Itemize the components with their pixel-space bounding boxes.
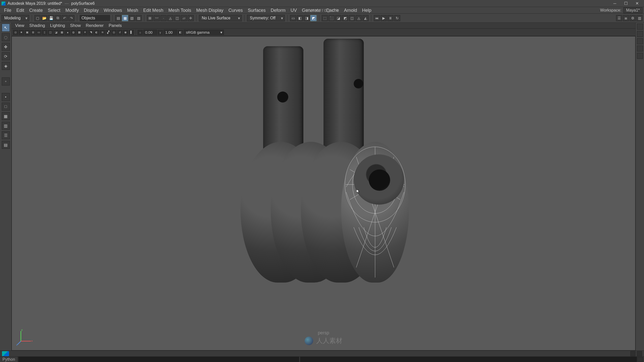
menu-file[interactable]: File (2, 7, 14, 14)
save-scene-icon[interactable]: 💾 (48, 15, 54, 21)
layout-outliner-button[interactable]: ☰ (2, 131, 10, 139)
pt-shaded-icon[interactable]: ● (65, 30, 70, 35)
menu-display[interactable]: Display (81, 7, 101, 14)
snap-point-icon[interactable]: · (160, 15, 167, 21)
gamma-field[interactable]: 1.00 (164, 30, 177, 35)
snap-surface-icon[interactable]: ◬ (167, 15, 173, 21)
snap-view-icon[interactable]: ◫ (174, 15, 180, 21)
menu-windows[interactable]: Windows (101, 7, 125, 14)
rs-tool-icon[interactable] (637, 46, 643, 52)
cmdline-script-editor-icon[interactable] (637, 357, 643, 362)
help-line-icon[interactable] (637, 351, 642, 356)
pause-icon[interactable]: ⏸ (387, 15, 393, 21)
pt-ao-icon[interactable]: ◐ (94, 30, 99, 35)
layout-persp-outliner-button[interactable]: ▤ (2, 141, 10, 149)
menu-uv[interactable]: UV (288, 7, 299, 14)
live-surface-dropdown[interactable]: No Live Surface (199, 15, 242, 21)
pt-shadedwire-icon[interactable]: ◍ (71, 30, 76, 35)
pt-xrayactive-icon[interactable]: ◉ (123, 30, 128, 35)
pt-safeaction-icon[interactable]: ◫ (48, 30, 53, 35)
channel-box-icon[interactable]: ☰ (616, 15, 622, 21)
rs-attr-icon[interactable] (637, 24, 643, 30)
pt-xray-icon[interactable]: ◎ (111, 30, 116, 35)
rewind-icon[interactable]: ⏮ (374, 15, 380, 21)
last-tool[interactable]: ▫ (2, 77, 10, 85)
rs-channel-icon[interactable] (637, 31, 643, 37)
save-inc-icon[interactable]: ⧉ (55, 15, 61, 21)
pt-gamma-icon[interactable]: γ (158, 30, 163, 35)
panelmenu-lighting[interactable]: Lighting (48, 23, 67, 28)
pt-colormgmt-toggle-icon[interactable]: ◧ (178, 30, 183, 35)
loop-icon[interactable]: ↻ (394, 15, 400, 21)
sel-component-icon[interactable]: ▧ (129, 15, 135, 21)
menu-edit-mesh[interactable]: Edit Mesh (141, 7, 166, 14)
menu-mesh-display[interactable]: Mesh Display (194, 7, 226, 14)
pt-isolate-icon[interactable]: ▣ (25, 30, 30, 35)
constr-d-icon[interactable]: ◩ (310, 15, 316, 21)
sel-multi-icon[interactable]: ▨ (136, 15, 142, 21)
panelmenu-view[interactable]: View (13, 23, 26, 28)
piv-d-icon[interactable]: ◩ (342, 15, 348, 21)
color-management-dropdown[interactable]: sRGB gamma (184, 30, 224, 35)
redo-icon[interactable]: ↷ (68, 15, 74, 21)
piv-g-icon[interactable]: ◭ (363, 15, 369, 21)
panelmenu-panels[interactable]: Panels (107, 23, 124, 28)
pt-safetitle-icon[interactable]: ◪ (54, 30, 59, 35)
play-icon[interactable]: ▶ (381, 15, 387, 21)
layout-two-button[interactable]: ▥ (2, 122, 10, 130)
rs-layer-icon[interactable] (637, 38, 643, 44)
constr-b-icon[interactable]: ◧ (297, 15, 303, 21)
pt-resgate-icon[interactable]: ▯ (42, 30, 47, 35)
menu-select[interactable]: Select (45, 7, 63, 14)
lasso-tool[interactable]: ◌ (2, 33, 10, 41)
piv-a-icon[interactable]: ⬚ (322, 15, 328, 21)
symmetry-dropdown[interactable]: Symmetry: Off (247, 15, 285, 21)
rotate-tool[interactable]: ⟳ (2, 52, 10, 60)
rs-anim-icon[interactable] (637, 53, 643, 59)
menu-create[interactable]: Create (27, 7, 45, 14)
pt-xrayjoints-icon[interactable]: ☌ (117, 30, 122, 35)
snap-uv-icon[interactable]: ▱ (181, 15, 187, 21)
exposure-field[interactable]: 0.00 (143, 30, 157, 35)
new-scene-icon[interactable]: ▢ (34, 15, 41, 21)
pt-gpu-icon[interactable]: ▋ (129, 30, 134, 35)
pt-motionblur-icon[interactable]: ≋ (100, 30, 105, 35)
menu-mesh-tools[interactable]: Mesh Tools (166, 7, 194, 14)
viewport-persp[interactable]: persp 人人素材 y x z (12, 36, 635, 350)
piv-c-icon[interactable]: ◪ (335, 15, 341, 21)
pt-wireframe-icon[interactable]: ▦ (59, 30, 64, 35)
sel-object-icon[interactable]: ▦ (122, 15, 128, 21)
constr-a-icon[interactable]: ▭ (290, 15, 296, 21)
pt-camera-select-icon[interactable]: ◎ (13, 30, 18, 35)
pt-grid-icon[interactable]: ⊞ (30, 30, 35, 35)
menu-curves[interactable]: Curves (226, 7, 245, 14)
cmdline-input[interactable] (18, 357, 299, 362)
window-minimize-button[interactable]: ─ (609, 1, 620, 7)
layout-four-button[interactable]: ▦ (2, 112, 10, 120)
window-close-button[interactable]: ✕ (631, 1, 642, 7)
select-tool[interactable]: ↖ (2, 24, 10, 32)
script-editor-icon[interactable] (630, 351, 635, 356)
open-scene-icon[interactable]: 📂 (41, 15, 47, 21)
sel-hierarchy-icon[interactable]: ▤ (115, 15, 121, 21)
scale-tool[interactable]: ◈ (2, 62, 10, 70)
pt-shadows-icon[interactable]: ◥ (88, 30, 93, 35)
menu-surfaces[interactable]: Surfaces (245, 7, 268, 14)
undo-icon[interactable]: ↶ (62, 15, 68, 21)
snap-grid-icon[interactable]: ⊞ (147, 15, 153, 21)
constr-c-icon[interactable]: ◨ (304, 15, 310, 21)
pt-exposure-icon[interactable]: ☼ (138, 30, 143, 35)
piv-e-icon[interactable]: ◫ (349, 15, 355, 21)
tool-settings-icon[interactable]: ⚙ (630, 15, 636, 21)
pt-lights-icon[interactable]: ☀ (83, 30, 88, 35)
menu-deform[interactable]: Deform (268, 7, 288, 14)
snap-pivot-icon[interactable]: ✛ (188, 15, 194, 21)
axis-gizmo[interactable]: y x z (16, 328, 34, 346)
move-tool[interactable]: ✥ (2, 43, 10, 51)
menu-arnold[interactable]: Arnold (341, 7, 359, 14)
menu-mesh[interactable]: Mesh (125, 7, 141, 14)
layout-single-button[interactable]: □ (2, 103, 10, 111)
soft-select-tool[interactable]: • (2, 93, 10, 101)
piv-b-icon[interactable]: ⬛ (329, 15, 335, 21)
selection-filter-field[interactable]: Objects (80, 15, 110, 21)
